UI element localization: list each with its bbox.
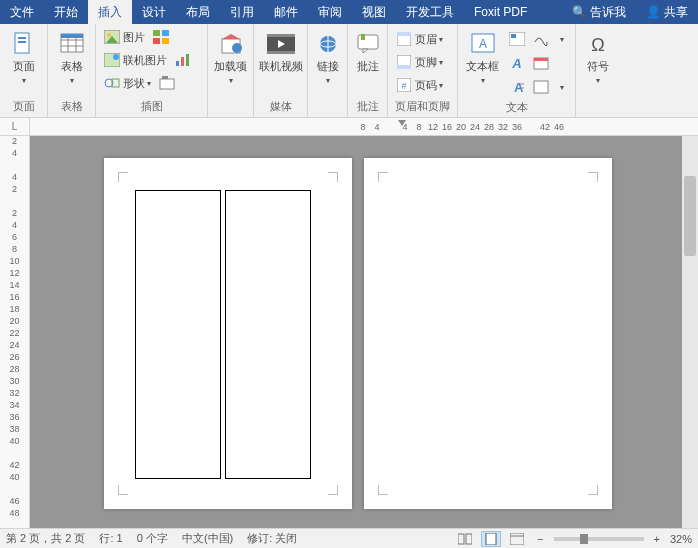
document-canvas[interactable]	[30, 136, 698, 528]
indent-marker[interactable]	[398, 120, 406, 126]
zoom-out-button[interactable]: −	[533, 533, 547, 545]
vertical-scrollbar[interactable]	[682, 136, 698, 528]
horizontal-ruler[interactable]: 8448121620242832364246	[30, 118, 698, 135]
tab-mailings[interactable]: 邮件	[264, 0, 308, 24]
online-video-button[interactable]: 联机视频	[258, 28, 303, 73]
vertical-ruler[interactable]: 2442246810121416182022242628303234363840…	[0, 136, 30, 528]
ruler-tick: 6	[0, 232, 29, 242]
share-icon: 👤	[646, 5, 661, 19]
chart-button[interactable]	[171, 49, 195, 71]
zoom-slider[interactable]	[554, 537, 644, 541]
view-read-mode[interactable]	[455, 531, 475, 547]
status-page[interactable]: 第 2 页，共 2 页	[6, 531, 85, 546]
zoom-level[interactable]: 32%	[670, 533, 692, 545]
share-button[interactable]: 👤共享	[636, 0, 698, 24]
object-button[interactable]	[529, 76, 553, 98]
tab-insert[interactable]: 插入	[88, 0, 132, 24]
tab-foxit[interactable]: Foxit PDF	[464, 0, 537, 24]
tab-home[interactable]: 开始	[44, 0, 88, 24]
tab-review[interactable]: 审阅	[308, 0, 352, 24]
header-button[interactable]: 页眉▾	[392, 28, 447, 50]
online-pictures-button[interactable]: 联机图片	[100, 49, 171, 71]
ruler-tick: 2	[0, 208, 29, 218]
chevron-down-icon: ▾	[596, 76, 600, 85]
screenshot-button[interactable]	[155, 72, 179, 94]
group-pages-label: 页面	[0, 97, 47, 117]
ruler-tick: 20	[0, 316, 29, 326]
dropdown-1[interactable]: ▾	[553, 28, 571, 50]
tell-me-label: 告诉我	[590, 4, 626, 21]
page-number-label: 页码	[415, 78, 437, 93]
zoom-in-button[interactable]: +	[650, 533, 664, 545]
chevron-down-icon: ▾	[326, 76, 330, 85]
group-symbols-label	[576, 112, 620, 117]
tab-file[interactable]: 文件	[0, 0, 44, 24]
symbol-button[interactable]: Ω 符号▾	[580, 28, 616, 87]
status-words[interactable]: 0 个字	[137, 531, 168, 546]
shapes-button[interactable]: 形状▾	[100, 72, 155, 94]
workspace: 2442246810121416182022242628303234363840…	[0, 136, 698, 528]
scrollbar-thumb[interactable]	[684, 176, 696, 256]
group-media: 联机视频 媒体	[254, 24, 308, 117]
chevron-down-icon: ▾	[70, 76, 74, 85]
ruler-tick: 4	[0, 172, 29, 182]
signature-button[interactable]	[529, 28, 553, 50]
shapes-label: 形状	[123, 76, 145, 91]
pages-button[interactable]: 页面▾	[4, 28, 43, 87]
group-comments-label: 批注	[348, 97, 387, 117]
page-2[interactable]	[364, 158, 612, 509]
online-pictures-label: 联机图片	[123, 53, 167, 68]
comment-button[interactable]: 批注	[352, 28, 383, 73]
tab-references[interactable]: 引用	[220, 0, 264, 24]
ruler-tick: 4	[370, 118, 384, 135]
ruler-tick: 48	[0, 508, 29, 518]
group-headerfooter: 页眉▾ 页脚▾ #页码▾ 页眉和页脚	[388, 24, 458, 117]
view-web-layout[interactable]	[507, 531, 527, 547]
group-illustrations: 图片 联机图片 形状▾ 插图	[96, 24, 208, 117]
svg-rect-14	[153, 38, 160, 44]
tab-layout[interactable]: 布局	[176, 0, 220, 24]
svg-point-26	[232, 43, 242, 53]
ruler-tick: 40	[0, 436, 29, 446]
ruler-tick: 8	[356, 118, 370, 135]
table-button[interactable]: 表格▾	[52, 28, 91, 87]
footer-label: 页脚	[415, 55, 437, 70]
page-number-icon: #	[396, 77, 412, 93]
rectangle-shape-2[interactable]	[225, 190, 311, 479]
textbox-label: 文本框	[466, 60, 499, 72]
tell-me[interactable]: 🔍告诉我	[562, 0, 636, 24]
rectangle-shape-1[interactable]	[135, 190, 221, 479]
view-print-layout[interactable]	[481, 531, 501, 547]
smartart-button[interactable]	[149, 26, 173, 48]
ruler-tick: 16	[0, 292, 29, 302]
ruler-tick: 24	[0, 340, 29, 350]
status-track-changes[interactable]: 修订: 关闭	[247, 531, 297, 546]
footer-button[interactable]: 页脚▾	[392, 51, 447, 73]
tab-design[interactable]: 设计	[132, 0, 176, 24]
addins-button[interactable]: 加载项▾	[212, 28, 249, 87]
svg-text:A: A	[511, 56, 521, 70]
link-icon	[314, 30, 342, 58]
dropcap-button[interactable]: A	[505, 76, 529, 98]
zoom-slider-knob[interactable]	[580, 534, 588, 544]
status-language[interactable]: 中文(中国)	[182, 531, 233, 546]
quickparts-button[interactable]	[505, 28, 529, 50]
tab-view[interactable]: 视图	[352, 0, 396, 24]
signature-icon	[533, 32, 549, 46]
pictures-button[interactable]: 图片	[100, 26, 149, 48]
textbox-button[interactable]: A 文本框▾	[462, 28, 503, 87]
page-number-button[interactable]: #页码▾	[392, 74, 447, 96]
ruler-tick: 2	[0, 136, 29, 146]
tab-developer[interactable]: 开发工具	[396, 0, 464, 24]
ruler-tick: 8	[412, 118, 426, 135]
datetime-button[interactable]	[529, 52, 553, 74]
status-line[interactable]: 行: 1	[99, 531, 122, 546]
links-button[interactable]: 链接▾	[312, 28, 343, 87]
page-1[interactable]	[104, 158, 352, 509]
ruler-tick: 40	[0, 472, 29, 482]
wordart-button[interactable]: A	[505, 52, 529, 74]
ruler-tick: 42	[0, 460, 29, 470]
ruler-corner[interactable]: L	[0, 118, 30, 135]
dropdown-2[interactable]: ▾	[553, 76, 571, 98]
web-layout-icon	[510, 533, 524, 545]
